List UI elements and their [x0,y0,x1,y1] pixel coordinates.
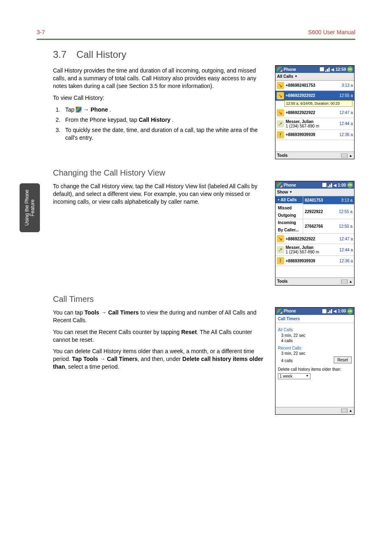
view-call-history-lead: To view Call History: [53,94,265,102]
call-detail-tooltip: 12:55 a, 6/24/05, Duration: 00:23 [284,100,352,107]
clock: 12:59 [335,67,346,73]
signal-icon [325,67,330,72]
sip-keyboard-icon[interactable] [341,409,348,413]
view-selector[interactable]: All Calls ▼ [275,73,354,81]
dropdown-arrow-icon: ▼ [289,190,293,195]
all-calls-count: 4 calls [281,338,352,344]
incoming-call-icon: ↘ [277,92,284,99]
call-row-selected[interactable]: ↘ +886922922922 12:55 a [275,91,354,101]
recent-calls-count: 4 calls [281,358,293,364]
titlebar: Phone ◀ 12:59 ok [275,66,354,73]
incoming-call-icon: ↘ [277,82,284,89]
page-header: 3-7 S600 User Manual [37,29,355,40]
connectivity-icon [322,183,326,187]
timers-p1: You can tap Tools → Call Timers to view … [53,309,265,324]
sip-arrow-icon[interactable]: ▲ [349,279,352,284]
section-intro: Call History provides the time and durat… [53,67,265,90]
volume-icon: ◀ [333,308,337,314]
subsection-title-timers: Call Timers [53,294,355,305]
delete-older-label: Delete call history items older than: [278,367,352,372]
call-row[interactable]: ↗ Messer, Julian 1 (234) 567-890 m 12:44… [275,244,354,256]
changing-view-text: To change the Call History view, tap the… [53,183,265,206]
section-name: Call History [76,48,126,61]
ok-button[interactable]: ok [347,308,353,314]
timers-p2: You can reset the Recent Calls counter b… [53,328,265,344]
view-selector[interactable]: Show ▼ [275,189,354,196]
start-icon [76,107,81,112]
app-title: Phone [284,183,296,188]
call-row[interactable]: ↘ +886982401753 3:13 a [275,81,354,91]
view-all-calls[interactable]: •All Calls [275,196,303,204]
call-row[interactable]: ↘ +886922922922 12:47 a [275,234,354,244]
view-missed[interactable]: Missed [275,205,303,212]
connectivity-icon [322,309,326,313]
screenshot-call-timers: Phone ◀ 1:00 ok Call Timers All Calls: [275,307,355,415]
sip-arrow-icon[interactable]: ▲ [349,153,352,158]
volume-icon: ◀ [333,183,337,188]
clock: 1:00 [338,308,346,314]
tools-menu[interactable]: Tools [277,153,288,158]
ok-button[interactable]: ok [347,66,353,72]
app-title: Phone [284,67,296,73]
dropdown-arrow-icon: ▼ [294,75,297,79]
signal-icon [328,309,332,313]
view-by-caller[interactable]: By Caller... [275,227,303,234]
sip-keyboard-icon[interactable] [341,154,348,158]
start-menu-icon[interactable] [277,183,282,187]
dropdown-arrow-icon: ▼ [306,374,309,378]
incoming-call-icon: ↘ [277,235,284,242]
step-2: From the Phone keypad, tap Call History … [62,116,265,124]
reset-button[interactable]: Reset [334,356,352,364]
tools-menu[interactable]: Tools [277,279,288,284]
sip-keyboard-icon[interactable] [341,279,348,284]
clock: 1:00 [338,183,346,188]
outgoing-call-icon: ↗ [277,120,284,128]
call-row[interactable]: ↘ +886922922922 12:47 a [275,108,354,118]
missed-call-icon: ! [277,257,284,264]
section-number: 3.7 [53,48,66,61]
timers-p3: You can delete Call History items older … [53,347,265,371]
recent-calls-duration: 3 min, 22 sec [281,351,352,356]
screenshot-view-menu: Phone ◀ 1:00 ok Show ▼ [275,181,355,286]
all-calls-duration: 3 min, 22 sec [281,333,352,339]
command-bar: ▲ [275,407,354,414]
titlebar: Phone ◀ 1:00 ok [275,308,354,315]
manual-title: S600 User Manual [308,29,355,36]
delete-period-select[interactable]: 1 week ▼ [278,373,311,380]
step-1: Tap → Phone . [62,106,265,114]
start-menu-icon[interactable] [277,67,282,72]
view-incoming[interactable]: Incoming [275,219,303,227]
call-row[interactable]: ! +886939939939 12:36 a [275,256,354,266]
incoming-call-icon: ↘ [277,109,284,117]
view-outgoing[interactable]: Outgoing [275,212,303,219]
screenshot-call-history: Phone ◀ 12:59 ok All Calls ▼ [275,65,355,159]
call-row-partial[interactable]: 22922922 12:55 a [303,205,354,219]
volume-icon: ◀ [331,67,334,73]
call-row[interactable]: ↗ Messer, Julian 1 (234) 567-890 m 12:44… [275,118,354,130]
titlebar: Phone ◀ 1:00 ok [275,181,354,189]
call-row[interactable]: ! +886939939939 12:36 a [275,130,354,140]
ok-button[interactable]: ok [347,182,353,188]
app-title: Phone [284,308,296,314]
steps-list: Tap → Phone . From the Phone keypad, tap… [53,106,265,142]
subsection-title-view: Changing the Call History View [53,167,355,178]
step-3: To quickly see the date, time, and durat… [62,126,265,142]
view-menu: •All Calls 82401753 3:13 a Missed Outgoi… [275,196,354,234]
outgoing-call-icon: ↗ [277,246,284,253]
command-bar: Tools ▲ [275,277,354,285]
recent-calls-label: Recent Calls: [278,345,352,351]
screen-title: Call Timers [275,315,354,323]
all-calls-label: All Calls: [278,327,352,333]
section-title: 3.7 Call History [53,48,355,61]
start-menu-icon[interactable] [277,309,282,314]
page-number: 3-7 [37,29,45,36]
chapter-tab: Using the Phone Feature [20,183,40,232]
call-row-partial[interactable]: 82401753 3:13 a [303,196,354,205]
call-list: ↘ +886982401753 3:13 a ↘ +886922922922 1… [275,81,354,152]
sip-arrow-icon[interactable]: ▲ [349,408,352,413]
command-bar: Tools ▲ [275,152,354,159]
missed-call-icon: ! [277,131,284,139]
call-row-partial[interactable]: 27662766 12:50 a [303,219,354,233]
connectivity-icon [320,67,324,71]
signal-icon [328,183,332,187]
